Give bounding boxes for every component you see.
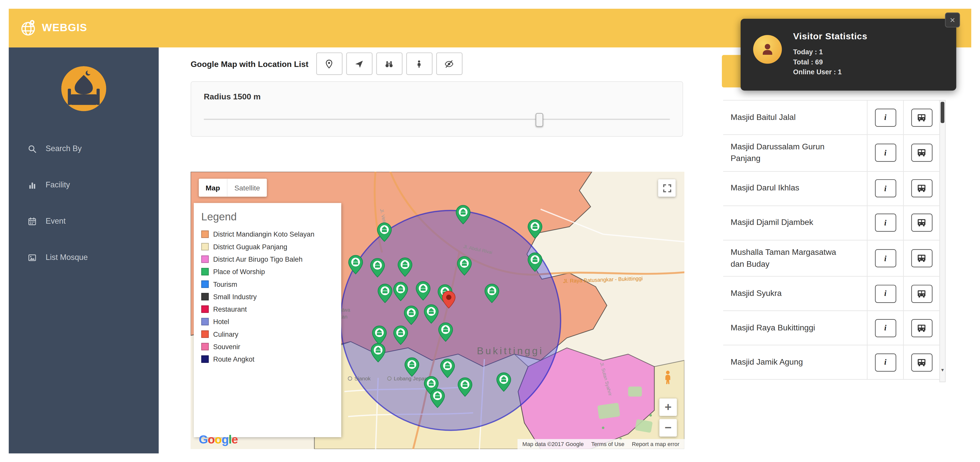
info-cell: i <box>867 101 903 134</box>
route-button[interactable] <box>911 179 932 197</box>
route-button[interactable] <box>911 144 932 162</box>
legend-label: Souvenir <box>213 343 240 351</box>
info-button[interactable]: i <box>875 285 896 303</box>
sidebar-item-event[interactable]: Event <box>9 203 159 239</box>
map-canvas[interactable]: Bukittinggi Jl. Raya Batusangkar - Bukit… <box>191 171 684 449</box>
route-cell <box>903 206 939 240</box>
visitor-online: Online User : 1 <box>793 68 842 76</box>
bus-icon <box>917 218 926 227</box>
info-button[interactable]: i <box>875 108 896 126</box>
table-row: Masjid Jamik Agungi <box>723 346 939 380</box>
locate-button[interactable] <box>346 52 372 75</box>
info-cell: i <box>867 346 903 379</box>
route-button[interactable] <box>911 285 932 303</box>
info-icon: i <box>884 148 886 158</box>
map-type-satellite-button[interactable]: Satellite <box>227 178 267 197</box>
legend-swatch <box>201 305 209 313</box>
info-cell: i <box>867 240 903 276</box>
legend-item: Hotel <box>201 318 334 325</box>
list-scrollbar[interactable]: ▼ <box>939 100 946 382</box>
report-error-link[interactable]: Report a map error <box>632 441 679 447</box>
route-button[interactable] <box>911 214 932 232</box>
legend-title: Legend <box>201 211 334 223</box>
mosque-name: Masjid Raya Bukittinggi <box>723 311 867 345</box>
table-row: Masjid Syukrai <box>723 277 939 311</box>
legend-item: Restaurant <box>201 305 334 313</box>
legend-label: District Aur Birugo Tigo Baleh <box>213 256 302 263</box>
table-row: Masjid Darul Ikhlasi <box>723 171 939 206</box>
visitor-statistics-popup: ✕ Visitor Statistics Today : 1 Total : 6… <box>741 19 956 90</box>
scrollbar-thumb[interactable] <box>941 102 945 123</box>
legend-swatch <box>201 268 209 276</box>
scrollbar-down-arrow[interactable]: ▼ <box>940 368 945 372</box>
brand[interactable]: WEBGIS <box>19 9 87 48</box>
user-avatar[interactable] <box>61 66 106 111</box>
legend-items: District Mandiangin Koto SelayanDistrict… <box>201 230 334 363</box>
bus-icon <box>917 324 926 333</box>
legend-item: Place of Worship <box>201 268 334 276</box>
info-button[interactable]: i <box>875 179 896 197</box>
legend-label: Place of Worship <box>213 268 265 276</box>
map-legend: Legend District Mandiangin Koto SelayanD… <box>194 203 341 437</box>
popup-close-button[interactable]: ✕ <box>945 13 960 27</box>
route-button[interactable] <box>911 319 932 337</box>
info-button[interactable]: i <box>875 214 896 232</box>
terms-link[interactable]: Terms of Use <box>591 441 625 447</box>
mosque-name: Mushalla Taman Margasatwa dan Buday <box>723 240 867 276</box>
legend-swatch <box>201 293 209 300</box>
legend-swatch <box>201 230 209 238</box>
legend-item: Route Angkot <box>201 355 334 363</box>
info-button[interactable]: i <box>875 249 896 267</box>
info-icon: i <box>884 183 886 193</box>
bus-icon <box>917 113 926 122</box>
radius-label: Radius 1500 m <box>204 92 261 101</box>
legend-item: District Mandiangin Koto Selayan <box>201 230 334 238</box>
info-button[interactable]: i <box>875 319 896 337</box>
info-button[interactable]: i <box>875 144 896 162</box>
info-icon: i <box>884 253 886 263</box>
map-type-map-button[interactable]: Map <box>199 178 227 197</box>
legend-swatch <box>201 243 209 251</box>
radius-circle <box>340 210 560 430</box>
legend-label: Culinary <box>213 330 238 338</box>
sidebar-item-label: Event <box>46 217 66 225</box>
street-view-button[interactable] <box>406 52 432 75</box>
slider-track <box>204 119 670 120</box>
app-window: WEBGIS Search ByFacilityEventL <box>9 9 971 453</box>
radius-slider[interactable] <box>204 113 670 125</box>
info-icon: i <box>884 289 886 299</box>
map-attribution: Map data ©2017 Google Terms of Use Repor… <box>517 439 684 449</box>
info-cell: i <box>867 277 903 311</box>
route-button[interactable] <box>911 354 932 372</box>
route-button[interactable] <box>911 108 932 126</box>
legend-item: District Guguak Panjang <box>201 243 334 251</box>
route-button[interactable] <box>911 249 932 267</box>
legend-swatch <box>201 355 209 363</box>
ic-send <box>355 59 364 68</box>
info-icon: i <box>884 323 886 333</box>
marker-button[interactable] <box>316 52 342 75</box>
legend-item: District Aur Birugo Tigo Baleh <box>201 256 334 263</box>
table-row: Masjid Djamil Djambeki <box>723 206 939 240</box>
radius-slider-handle[interactable] <box>536 113 543 127</box>
zoom-in-button[interactable]: + <box>659 398 677 416</box>
hide-markers-button[interactable] <box>436 52 462 75</box>
ic-chart <box>27 180 37 190</box>
info-icon: i <box>884 218 886 228</box>
legend-item: Tourism <box>201 281 334 288</box>
map-toolbar <box>316 52 462 75</box>
sidebar-item-list-mosque[interactable]: List Mosque <box>9 239 159 275</box>
info-button[interactable]: i <box>875 354 896 372</box>
page-title: Google Map with Location List <box>191 59 308 68</box>
pegman-icon[interactable] <box>664 370 672 387</box>
fullscreen-button[interactable] <box>658 179 676 197</box>
bus-icon <box>917 358 926 367</box>
search-nearby-button[interactable] <box>376 52 402 75</box>
globe-logo-icon <box>19 19 38 38</box>
zoom-out-button[interactable]: − <box>659 419 677 437</box>
sidebar-item-facility[interactable]: Facility <box>9 167 159 203</box>
ic-marker <box>324 59 334 68</box>
legend-swatch <box>201 318 209 325</box>
sidebar-item-search-by[interactable]: Search By <box>9 130 159 167</box>
bus-icon <box>917 184 926 193</box>
